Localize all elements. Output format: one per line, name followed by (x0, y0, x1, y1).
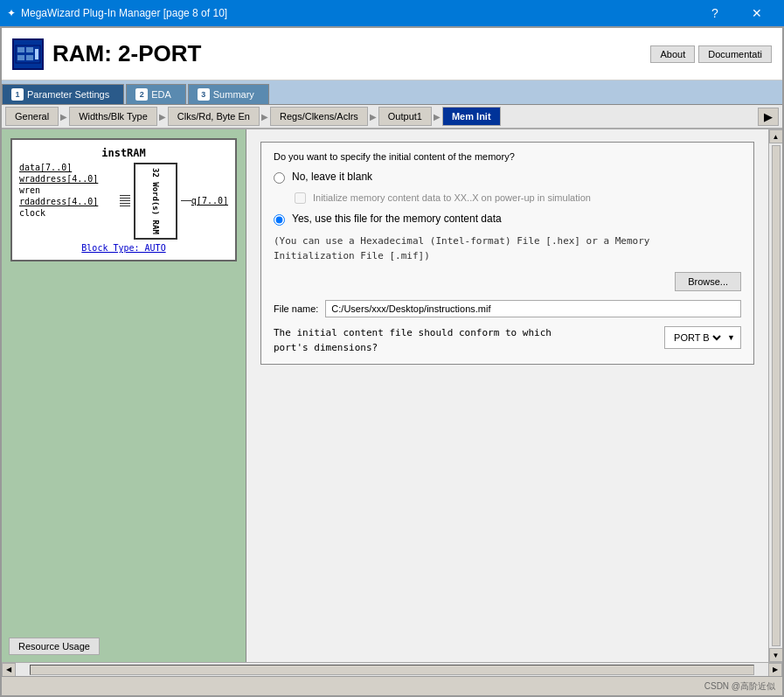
option3-item: Yes, use this file for the memory conten… (274, 213, 741, 226)
svg-rect-3 (17, 55, 24, 60)
tab3-num: 3 (198, 88, 210, 101)
radio-group: No, leave it blank Initialize memory con… (274, 171, 741, 226)
status-bar: CSDN @高阶近似 (2, 676, 782, 695)
header-buttons: About Documentati (650, 45, 772, 63)
tab3-label: Summary (213, 89, 254, 100)
tabs-next-button[interactable]: ▶ (758, 108, 779, 126)
scroll-track[interactable] (30, 665, 754, 675)
main-window: RAM: 2-PORT About Documentati 1 Paramete… (0, 26, 784, 697)
file-row: File name: (274, 300, 741, 317)
resource-usage-button[interactable]: Resource Usage (9, 638, 100, 655)
port-select-container: PORT A PORT B ▼ (664, 326, 741, 349)
port-data: data[7..0] (19, 163, 116, 172)
title-bar: ✦ MegaWizard Plug-In Manager [page 8 of … (0, 0, 784, 26)
port-q: q[7..0] (191, 196, 228, 206)
scroll-right-button[interactable]: ▶ (768, 663, 782, 677)
content-area: instRAM data[7..0] wraddress[4..0] wren … (2, 129, 782, 662)
tab-parameter-settings[interactable]: 1 Parameter Settings (2, 84, 124, 104)
tab-general-label: General (15, 111, 49, 122)
port-clock: clock (19, 208, 116, 218)
section-title: Do you want to specify the initial conte… (274, 151, 741, 162)
right-scrollbar: ▲ ▼ (768, 129, 782, 662)
port-wren: wren (19, 185, 116, 195)
browse-row: Browse... (274, 272, 741, 291)
tab2-num: 2 (135, 88, 148, 101)
option2-label: Initialize memory content data to XX..X … (313, 192, 591, 203)
option1-radio[interactable] (274, 172, 285, 184)
tab-mem-init[interactable]: Mem Init (442, 107, 501, 126)
tab-general[interactable]: General (5, 107, 59, 126)
memory-init-section: Do you want to specify the initial conte… (260, 142, 754, 365)
arrow5: ▶ (434, 112, 441, 122)
window-title: MegaWizard Plug-In Manager [page 8 of 10… (21, 7, 227, 19)
tab-clks-label: Clks/Rd, Byte En (177, 111, 250, 122)
about-button[interactable]: About (650, 45, 695, 63)
tab1-label: Parameter Settings (27, 89, 109, 100)
tabs-row1: 1 Parameter Settings 2 EDA 3 Summary (2, 80, 782, 105)
header-title-group: RAM: 2-PORT (12, 38, 201, 70)
conform-text: The initial content file should conform … (274, 326, 654, 355)
option3-label: Yes, use this file for the memory conten… (292, 213, 502, 225)
ram-box-label: 32 Word(s) RAM (151, 168, 160, 234)
port-select[interactable]: PORT A PORT B (670, 331, 724, 344)
tab-regs[interactable]: Regs/Clkens/Aclrs (270, 107, 368, 126)
instance-name: instRAM (19, 147, 228, 159)
description-text: (You can use a Hexadecimal (Intel-format… (274, 234, 741, 263)
tab-summary[interactable]: 3 Summary (188, 84, 269, 104)
option2-checkbox (295, 192, 306, 204)
tab-eda[interactable]: 2 EDA (126, 84, 186, 104)
option3-radio[interactable] (274, 214, 285, 226)
status-credit: CSDN @高阶近似 (704, 680, 775, 693)
ports-right: q[7..0] (191, 163, 228, 240)
tab-clks[interactable]: Clks/Rd, Byte En (168, 107, 260, 126)
tab-output1-label: Output1 (388, 111, 422, 122)
help-button[interactable]: ? (695, 0, 735, 26)
scroll-thumb[interactable] (772, 145, 781, 646)
tab2-label: EDA (151, 89, 171, 100)
port-conform-row: The initial content file should conform … (274, 326, 741, 355)
page-title: RAM: 2-PORT (52, 40, 201, 67)
tab-output1[interactable]: Output1 (378, 107, 432, 126)
ram-diagram: instRAM data[7..0] wraddress[4..0] wren … (10, 138, 237, 261)
block-type[interactable]: Block Type: AUTO (19, 243, 228, 253)
ports-left: data[7..0] wraddress[4..0] wren rdaddres… (19, 163, 116, 240)
scroll-left-button[interactable]: ◀ (2, 663, 16, 677)
tabs-row2: General ▶ Widths/Blk Type ▶ Clks/Rd, Byt… (2, 105, 782, 129)
dropdown-arrow-icon: ▼ (727, 333, 735, 342)
left-panel: instRAM data[7..0] wraddress[4..0] wren … (2, 129, 246, 662)
svg-rect-5 (35, 49, 38, 59)
file-input[interactable] (325, 300, 741, 317)
tab1-num: 1 (11, 88, 24, 101)
svg-rect-4 (26, 55, 33, 60)
header-area: RAM: 2-PORT About Documentati (2, 28, 782, 80)
option1-label: No, leave it blank (292, 171, 372, 183)
tab-mem-init-label: Mem Init (452, 111, 491, 122)
scroll-down-button[interactable]: ▼ (769, 648, 783, 662)
file-label: File name: (274, 303, 318, 314)
port-rdaddress: rdaddress[4..0] (19, 197, 116, 206)
svg-rect-2 (26, 47, 33, 52)
svg-rect-1 (17, 47, 24, 52)
option2-item: Initialize memory content data to XX..X … (295, 192, 741, 204)
browse-button[interactable]: Browse... (675, 272, 741, 291)
tab-widths-label: Widths/Blk Type (79, 111, 148, 122)
arrow1: ▶ (60, 112, 67, 122)
tab-widths[interactable]: Widths/Blk Type (69, 107, 157, 126)
tab-regs-label: Regs/Clkens/Aclrs (280, 111, 358, 122)
right-panel: Do you want to specify the initial conte… (246, 129, 768, 662)
ram-icon (12, 38, 44, 70)
bottom-scrollbar: ◀ ▶ (2, 662, 782, 676)
port-wraddress: wraddress[4..0] (19, 174, 116, 184)
arrow4: ▶ (370, 112, 377, 122)
scroll-up-button[interactable]: ▲ (769, 129, 783, 143)
documentation-button[interactable]: Documentati (698, 45, 772, 63)
option1-item: No, leave it blank (274, 171, 741, 184)
close-button[interactable]: ✕ (737, 0, 777, 26)
pin-icon: ✦ (7, 7, 16, 19)
ram-box: 32 Word(s) RAM (134, 163, 177, 240)
arrow3: ▶ (261, 112, 268, 122)
arrow2: ▶ (159, 112, 166, 122)
